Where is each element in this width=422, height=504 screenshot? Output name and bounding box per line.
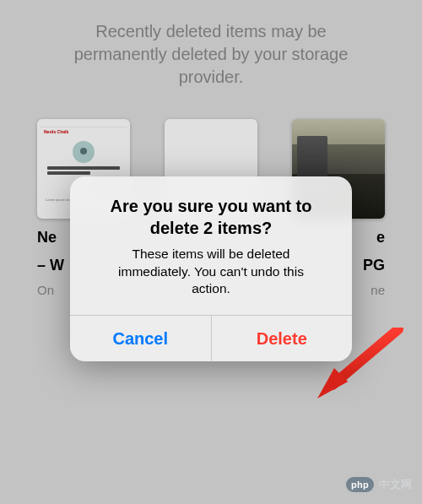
dialog-button-row: Cancel Delete: [70, 315, 352, 361]
confirm-dialog: Are you sure you want to delete 2 items?…: [70, 176, 352, 362]
delete-button[interactable]: Delete: [212, 316, 353, 361]
cancel-button[interactable]: Cancel: [70, 316, 212, 361]
dialog-title: Are you sure you want to delete 2 items?: [87, 195, 335, 239]
dialog-title-line: delete 2 items?: [87, 217, 335, 239]
cancel-button-label: Cancel: [112, 329, 168, 349]
modal-overlay: Are you sure you want to delete 2 items?…: [0, 0, 422, 504]
dialog-message: These items will be deleted immediately.…: [87, 246, 335, 299]
watermark-badge: php: [346, 477, 374, 492]
watermark: php 中文网: [346, 477, 412, 492]
dialog-title-line: Are you sure you want to: [87, 195, 335, 217]
dialog-message-line: immediately. You can't undo this: [90, 263, 332, 281]
dialog-body: Are you sure you want to delete 2 items?…: [70, 176, 352, 316]
dialog-message-line: These items will be deleted: [90, 246, 332, 263]
watermark-text: 中文网: [379, 477, 412, 492]
delete-button-label: Delete: [257, 329, 307, 349]
dialog-message-line: action.: [90, 280, 332, 298]
